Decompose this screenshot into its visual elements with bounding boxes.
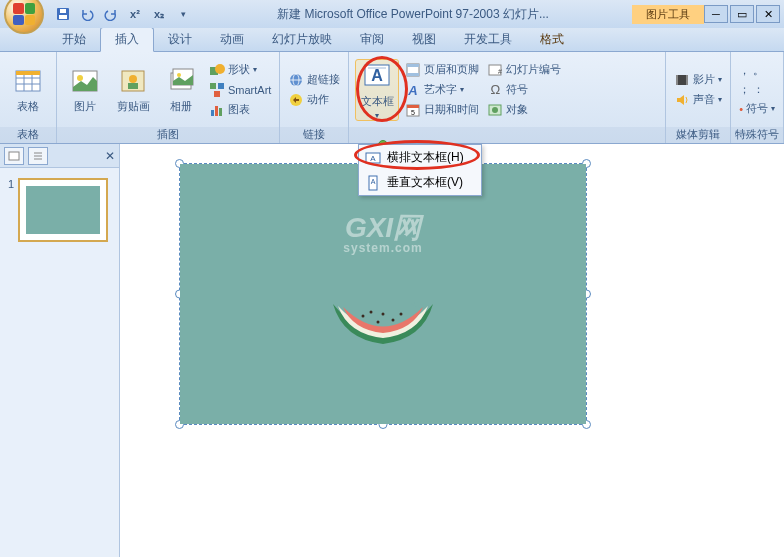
maximize-button[interactable]: ▭	[730, 5, 754, 23]
svg-rect-1	[59, 15, 67, 19]
slide-canvas[interactable]: GXI网 system.com	[120, 144, 784, 557]
svg-rect-37	[407, 105, 419, 108]
picture-content: GXI网 system.com	[180, 164, 586, 424]
group-tables: 表格 表格	[0, 52, 57, 143]
vertical-textbox-item[interactable]: A 垂直文本框(V)	[359, 170, 481, 195]
thumbnail-image	[26, 186, 100, 234]
svg-text:A: A	[408, 83, 418, 98]
subscript-icon[interactable]: x₂	[148, 3, 170, 25]
svg-point-10	[77, 75, 83, 81]
slide-thumbnail[interactable]	[18, 178, 108, 242]
group-tables-label: 表格	[0, 127, 56, 143]
svg-rect-44	[676, 75, 678, 85]
svg-point-18	[215, 64, 225, 74]
selected-picture-frame[interactable]: GXI网 system.com	[180, 164, 586, 424]
save-icon[interactable]	[52, 3, 74, 25]
tab-developer[interactable]: 开发工具	[450, 28, 526, 51]
watermelon-icon	[323, 294, 443, 364]
group-text-label	[349, 127, 665, 143]
tab-slideshow[interactable]: 幻灯片放映	[258, 28, 346, 51]
clipart-button[interactable]: 剪贴画	[111, 65, 155, 114]
table-button[interactable]: 表格	[6, 65, 50, 114]
picture-icon	[69, 65, 101, 97]
svg-text:A: A	[370, 154, 376, 163]
svg-point-58	[370, 311, 373, 314]
textbox-dropdown: A 横排文本框(H) A 垂直文本框(V)	[358, 144, 482, 196]
close-button[interactable]: ✕	[756, 5, 780, 23]
sound-button[interactable]: 声音 ▾	[672, 91, 724, 109]
ribbon: 表格 表格 图片 剪贴画 相册 形状 ▾ SmartArt 图表	[0, 52, 784, 144]
symbol-icon: Ω	[487, 82, 503, 98]
horiz-textbox-icon: A	[365, 150, 381, 166]
textbox-label: 文本框	[361, 94, 394, 109]
svg-point-57	[382, 313, 385, 316]
svg-text:A: A	[371, 178, 376, 185]
redo-icon[interactable]	[100, 3, 122, 25]
special-symbol-button[interactable]: • 符号 ▾	[737, 100, 777, 117]
chart-button[interactable]: 图表	[207, 101, 273, 119]
group-text: A 文本框 ▾ 页眉和页脚 A艺术字 ▾ 5日期和时间 #幻灯片编号 Ω符号 对…	[349, 52, 666, 143]
headerfooter-button[interactable]: 页眉和页脚	[403, 61, 481, 79]
wordart-button[interactable]: A艺术字 ▾	[403, 81, 481, 99]
group-links-label: 链接	[280, 127, 348, 143]
group-special: ， 。 ； ： • 符号 ▾ 特殊符号	[731, 52, 784, 143]
ribbon-tabs: 开始 插入 设计 动画 幻灯片放映 审阅 视图 开发工具 格式	[0, 28, 784, 52]
superscript-icon[interactable]: x²	[124, 3, 146, 25]
panel-close-icon[interactable]: ✕	[105, 149, 115, 163]
slidenum-icon: #	[487, 62, 503, 78]
group-illustrations-label: 插图	[57, 127, 279, 143]
panel-tabs: ✕	[0, 144, 119, 168]
qat-dropdown-icon[interactable]: ▾	[172, 3, 194, 25]
vert-textbox-icon: A	[365, 175, 381, 191]
sound-icon	[674, 92, 690, 108]
outline-tab[interactable]	[28, 147, 48, 165]
tab-design[interactable]: 设计	[154, 28, 206, 51]
smartart-button[interactable]: SmartArt	[207, 81, 273, 99]
tab-format[interactable]: 格式	[526, 28, 578, 51]
svg-point-59	[400, 313, 403, 316]
hyperlink-icon	[288, 72, 304, 88]
table-label: 表格	[17, 99, 39, 114]
album-button[interactable]: 相册	[159, 65, 203, 114]
action-button[interactable]: 动作	[286, 91, 342, 109]
tab-view[interactable]: 视图	[398, 28, 450, 51]
table-icon	[12, 65, 44, 97]
svg-rect-21	[214, 91, 220, 97]
tab-home[interactable]: 开始	[48, 28, 100, 51]
svg-text:5: 5	[411, 109, 415, 116]
svg-rect-2	[60, 9, 66, 13]
shapes-icon	[209, 62, 225, 78]
tab-animation[interactable]: 动画	[206, 28, 258, 51]
svg-point-42	[492, 107, 498, 113]
svg-text:A: A	[372, 67, 384, 84]
workspace: ✕ 1 GXI网 system.com	[0, 144, 784, 557]
svg-rect-19	[210, 83, 216, 89]
horizontal-textbox-item[interactable]: A 横排文本框(H)	[359, 145, 481, 170]
title-bar: x² x₂ ▾ 新建 Microsoft Office PowerPoint 9…	[0, 0, 784, 28]
hyperlink-button[interactable]: 超链接	[286, 71, 342, 89]
symbol-button[interactable]: Ω符号	[485, 81, 563, 99]
group-media: 影片 ▾ 声音 ▾ 媒体剪辑	[666, 52, 731, 143]
svg-point-16	[177, 73, 181, 77]
textbox-button[interactable]: A 文本框 ▾	[355, 59, 399, 121]
object-button[interactable]: 对象	[485, 101, 563, 119]
group-media-label: 媒体剪辑	[666, 127, 730, 143]
clipart-label: 剪贴画	[117, 99, 150, 114]
special1[interactable]: ， 。	[737, 62, 777, 79]
shapes-button[interactable]: 形状 ▾	[207, 61, 273, 79]
slidenum-button[interactable]: #幻灯片编号	[485, 61, 563, 79]
movie-button[interactable]: 影片 ▾	[672, 71, 724, 89]
datetime-button[interactable]: 5日期和时间	[403, 101, 481, 119]
undo-icon[interactable]	[76, 3, 98, 25]
window-title: 新建 Microsoft Office PowerPoint 97-2003 幻…	[194, 6, 632, 23]
slides-tab[interactable]	[4, 147, 24, 165]
picture-button[interactable]: 图片	[63, 65, 107, 114]
office-logo-icon	[13, 3, 35, 25]
picture-label: 图片	[74, 99, 96, 114]
textbox-icon: A	[361, 60, 393, 92]
special2[interactable]: ； ：	[737, 81, 777, 98]
minimize-button[interactable]: ─	[704, 5, 728, 23]
group-illustrations: 图片 剪贴画 相册 形状 ▾ SmartArt 图表 插图	[57, 52, 280, 143]
tab-review[interactable]: 审阅	[346, 28, 398, 51]
tab-insert[interactable]: 插入	[100, 27, 154, 52]
